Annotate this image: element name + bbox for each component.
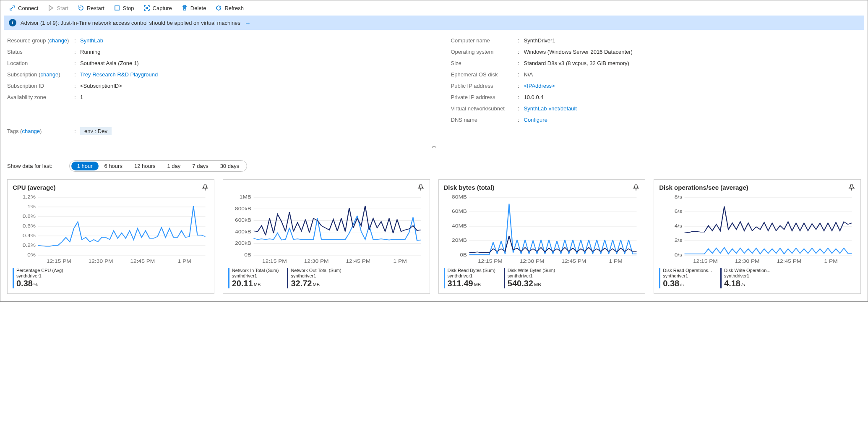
- svg-text:1MB: 1MB: [240, 195, 251, 200]
- svg-text:12:15 PM: 12:15 PM: [477, 259, 502, 264]
- metric-card: Disk operations/sec (average)0/s2/s4/s6/…: [654, 179, 861, 294]
- property-link[interactable]: SynthLab: [80, 37, 103, 44]
- property-link[interactable]: Trey Research R&D Playground: [80, 71, 158, 78]
- property-row: Computer name:SynthDriver1: [451, 35, 861, 46]
- svg-text:0.8%: 0.8%: [23, 214, 36, 219]
- refresh-icon: [215, 5, 222, 11]
- svg-text:8/s: 8/s: [675, 195, 682, 200]
- metric-card: Disk bytes (total)0B20MB40MB60MB80MB12:1…: [438, 179, 646, 294]
- property-value: SynthLab: [80, 37, 417, 44]
- metric-card: CPU (average)0%0.2%0.4%0.6%0.8%1%1.2%12:…: [7, 179, 214, 294]
- time-range-selector: 1 hour6 hours12 hours1 day7 days30 days: [69, 160, 248, 172]
- svg-text:0.4%: 0.4%: [23, 233, 36, 238]
- property-link[interactable]: Configure: [524, 117, 547, 123]
- property-row: Subscription (change):Trey Research R&D …: [7, 69, 417, 80]
- tags-label: Tags: [7, 128, 18, 134]
- property-value: Trey Research R&D Playground: [80, 71, 417, 78]
- line-chart[interactable]: 0%0.2%0.4%0.6%0.8%1%1.2%12:15 PM12:30 PM…: [13, 194, 209, 265]
- property-label: Subscription ID: [7, 83, 74, 89]
- property-label: DNS name: [451, 117, 518, 123]
- line-chart[interactable]: 0B200kB400kB600kB800kB1MB12:15 PM12:30 P…: [228, 194, 425, 265]
- metric-card: 0B200kB400kB600kB800kB1MB12:15 PM12:30 P…: [223, 179, 430, 294]
- property-value: Southeast Asia (Zone 1): [80, 60, 417, 66]
- property-label: Operating system: [451, 49, 518, 55]
- property-link[interactable]: <IPAddress>: [524, 83, 555, 89]
- time-range-option[interactable]: 6 hours: [99, 162, 128, 170]
- time-range-option[interactable]: 1 hour: [71, 162, 99, 170]
- pin-icon[interactable]: [201, 184, 209, 191]
- card-title: CPU (average): [13, 184, 56, 191]
- tag-pill[interactable]: env : Dev: [80, 127, 112, 135]
- stop-icon: [114, 5, 120, 11]
- property-value: 10.0.0.4: [524, 94, 861, 100]
- svg-text:60MB: 60MB: [452, 209, 467, 214]
- svg-text:0%: 0%: [27, 253, 36, 258]
- property-row: Status:Running: [7, 46, 417, 58]
- line-chart[interactable]: 0B20MB40MB60MB80MB12:15 PM12:30 PM12:45 …: [444, 194, 640, 265]
- svg-text:1%: 1%: [27, 204, 36, 209]
- svg-text:12:30 PM: 12:30 PM: [519, 259, 544, 264]
- svg-text:12:45 PM: 12:45 PM: [346, 259, 370, 264]
- start-button: Start: [43, 3, 72, 13]
- property-row: Public IP address:<IPAddress>: [451, 80, 861, 92]
- svg-text:12:15 PM: 12:15 PM: [693, 259, 718, 264]
- svg-text:1 PM: 1 PM: [824, 259, 838, 264]
- collapse-toggle[interactable]: ︽: [0, 141, 868, 150]
- connect-icon: [9, 5, 16, 11]
- arrow-right-icon: →: [245, 19, 251, 26]
- stop-button[interactable]: Stop: [109, 3, 138, 13]
- property-label: Resource group (change): [7, 37, 74, 44]
- chart-legend: Disk Read Bytes (Sum)synthdriver1311.49M…: [444, 268, 640, 288]
- property-label: Location: [7, 60, 74, 66]
- svg-text:12:45 PM: 12:45 PM: [130, 259, 155, 264]
- refresh-button[interactable]: Refresh: [211, 3, 248, 13]
- property-row: Resource group (change):SynthLab: [7, 35, 417, 46]
- card-title: Disk bytes (total): [444, 184, 495, 191]
- time-range-option[interactable]: 12 hours: [128, 162, 162, 170]
- change-link[interactable]: change: [40, 71, 58, 78]
- svg-text:1 PM: 1 PM: [609, 259, 622, 264]
- svg-rect-0: [115, 6, 119, 10]
- property-link[interactable]: SynthLab-vnet/default: [524, 105, 577, 112]
- restart-button[interactable]: Restart: [73, 3, 109, 13]
- time-range-option[interactable]: 30 days: [214, 162, 245, 170]
- chart-legend: Percentage CPU (Avg)synthdriver10.38%: [13, 268, 209, 288]
- svg-text:800kB: 800kB: [235, 206, 251, 211]
- property-row: Size:Standard D8s v3 (8 vcpus, 32 GiB me…: [451, 58, 861, 69]
- line-chart[interactable]: 0/s2/s4/s6/s8/s12:15 PM12:30 PM12:45 PM1…: [659, 194, 855, 265]
- property-label: Computer name: [451, 37, 518, 44]
- play-icon: [47, 5, 54, 11]
- capture-icon: [143, 5, 150, 11]
- svg-text:80MB: 80MB: [452, 195, 467, 200]
- svg-text:6/s: 6/s: [675, 209, 682, 214]
- property-label: Public IP address: [451, 83, 518, 89]
- connect-button[interactable]: Connect: [5, 3, 42, 13]
- change-link[interactable]: change: [49, 37, 67, 44]
- property-value: <SubscriptionID>: [80, 83, 417, 89]
- svg-text:0.6%: 0.6%: [23, 224, 36, 229]
- property-label: Subscription (change): [7, 71, 74, 78]
- svg-text:200kB: 200kB: [235, 241, 251, 246]
- capture-button[interactable]: Capture: [139, 3, 176, 13]
- advisor-text: Advisor (1 of 9): Just-In-Time network a…: [21, 20, 240, 26]
- pin-icon[interactable]: [848, 184, 855, 191]
- pin-icon[interactable]: [632, 184, 640, 191]
- svg-text:4/s: 4/s: [675, 224, 682, 229]
- pin-icon[interactable]: [417, 184, 425, 191]
- start-label: Start: [57, 5, 68, 11]
- legend-item: Network In Total (Sum)synthdriver120.11M…: [228, 268, 279, 288]
- svg-text:600kB: 600kB: [235, 218, 251, 223]
- time-range-option[interactable]: 1 day: [162, 162, 187, 170]
- legend-item: Disk Read Bytes (Sum)synthdriver1311.49M…: [444, 268, 495, 288]
- time-range-option[interactable]: 7 days: [186, 162, 214, 170]
- property-value: Running: [80, 49, 417, 55]
- time-range-row: Show data for last: 1 hour6 hours12 hour…: [0, 150, 868, 179]
- property-label: Status: [7, 49, 74, 55]
- advisor-banner[interactable]: i Advisor (1 of 9): Just-In-Time network…: [4, 16, 864, 30]
- capture-label: Capture: [153, 5, 172, 11]
- metrics-grid: CPU (average)0%0.2%0.4%0.6%0.8%1%1.2%12:…: [0, 179, 868, 301]
- delete-button[interactable]: Delete: [177, 3, 211, 13]
- legend-item: Disk Write Bytes (Sum)synthdriver1540.32…: [504, 268, 555, 288]
- svg-text:12:45 PM: 12:45 PM: [777, 259, 802, 264]
- tags-change-link[interactable]: change: [22, 128, 40, 134]
